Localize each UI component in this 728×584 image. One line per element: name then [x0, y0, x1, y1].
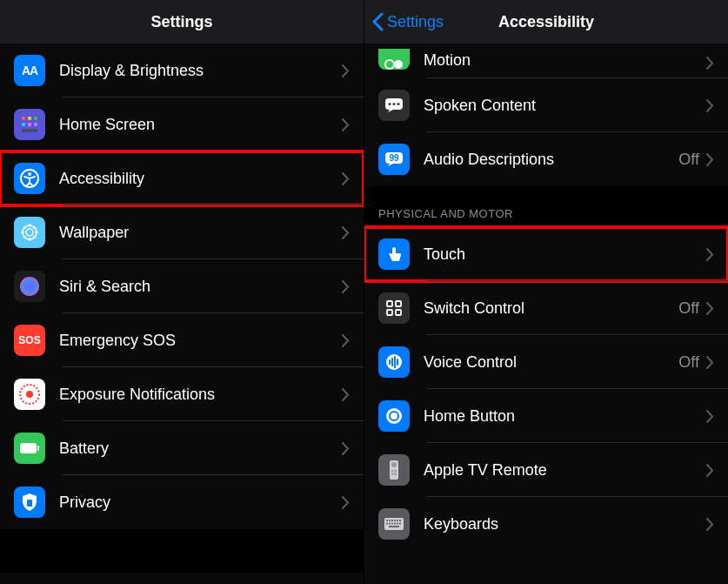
voice-control-icon: [378, 346, 410, 378]
motion-icon: [378, 49, 410, 70]
svg-rect-61: [397, 523, 398, 525]
svg-rect-22: [20, 443, 37, 453]
svg-rect-52: [389, 520, 391, 521]
settings-list[interactable]: AA Display & Brightness Home Screen: [0, 44, 364, 584]
row-label: Switch Control: [424, 299, 678, 318]
settings-row-battery[interactable]: Battery: [0, 421, 364, 475]
list-footer-gap: [0, 529, 364, 573]
chevron-right-icon: [706, 99, 714, 112]
svg-rect-56: [399, 520, 401, 521]
settings-row-display-brightness[interactable]: AA Display & Brightness: [0, 44, 364, 97]
row-label: Keyboards: [424, 515, 706, 534]
accessibility-row-home-button[interactable]: Home Button: [364, 389, 728, 443]
settings-title: Settings: [150, 13, 212, 31]
accessibility-row-keyboards[interactable]: Keyboards: [364, 497, 728, 551]
svg-rect-24: [27, 500, 32, 507]
svg-point-8: [28, 172, 31, 176]
svg-rect-47: [395, 470, 397, 473]
accessibility-title: Accessibility: [498, 13, 594, 31]
chevron-right-icon: [706, 57, 714, 70]
back-button[interactable]: Settings: [371, 0, 444, 44]
accessibility-row-motion[interactable]: Motion: [364, 44, 728, 78]
svg-point-25: [385, 60, 394, 69]
row-label: Audio Descriptions: [424, 151, 678, 169]
svg-rect-60: [394, 523, 396, 525]
svg-rect-3: [22, 123, 25, 126]
svg-rect-36: [396, 310, 401, 315]
accessibility-row-apple-tv-remote[interactable]: Apple TV Remote: [364, 443, 728, 497]
back-label: Settings: [387, 13, 444, 31]
chevron-right-icon: [342, 280, 350, 293]
accessibility-pane: Settings Accessibility Motion Spoken Con…: [364, 0, 728, 584]
row-label: Privacy: [59, 493, 342, 512]
svg-rect-62: [399, 523, 401, 525]
chevron-right-icon: [706, 302, 714, 315]
chevron-right-icon: [342, 496, 350, 509]
svg-rect-53: [391, 520, 393, 521]
accessibility-row-audio-descriptions[interactable]: 99 Audio Descriptions Off: [364, 132, 728, 186]
home-screen-icon: [14, 109, 45, 140]
row-label: Battery: [59, 440, 342, 458]
siri-icon: [14, 271, 45, 302]
svg-rect-2: [34, 117, 37, 120]
wallpaper-icon: [14, 217, 45, 248]
svg-rect-4: [28, 123, 31, 126]
accessibility-row-voice-control[interactable]: Voice Control Off: [364, 335, 728, 389]
svg-rect-1: [28, 117, 31, 120]
svg-rect-51: [386, 520, 388, 521]
svg-point-16: [34, 237, 36, 238]
chevron-right-icon: [342, 64, 350, 77]
row-label: Accessibility: [59, 170, 342, 188]
settings-row-wallpaper[interactable]: Wallpaper: [0, 205, 364, 259]
chevron-right-icon: [342, 118, 350, 131]
settings-row-emergency-sos[interactable]: SOS Emergency SOS: [0, 313, 364, 367]
display-brightness-icon: AA: [14, 55, 45, 86]
chevron-right-icon: [706, 356, 714, 369]
accessibility-row-touch[interactable]: Touch: [364, 227, 728, 281]
svg-point-13: [22, 232, 23, 233]
accessibility-row-spoken-content[interactable]: Spoken Content: [364, 78, 728, 132]
accessibility-icon: [14, 163, 45, 194]
privacy-icon: [14, 487, 45, 518]
svg-rect-35: [387, 310, 392, 315]
svg-point-28: [389, 103, 391, 105]
row-label: Voice Control: [424, 353, 678, 372]
svg-rect-46: [391, 470, 394, 473]
row-label: Apple TV Remote: [424, 461, 706, 480]
sos-icon: SOS: [14, 325, 45, 356]
svg-point-21: [26, 391, 33, 398]
svg-point-45: [391, 462, 397, 467]
chevron-right-icon: [706, 518, 714, 531]
svg-rect-59: [391, 523, 393, 525]
accessibility-row-switch-control[interactable]: Switch Control Off: [364, 281, 728, 335]
settings-row-privacy[interactable]: Privacy: [0, 475, 364, 529]
row-label: Spoken Content: [424, 97, 706, 115]
chevron-right-icon: [342, 388, 350, 401]
accessibility-list[interactable]: Motion Spoken Content 99: [364, 44, 728, 584]
settings-row-siri-search[interactable]: Siri & Search: [0, 259, 364, 313]
home-button-icon: [378, 400, 410, 432]
svg-point-12: [29, 238, 30, 240]
svg-rect-57: [386, 523, 388, 525]
chevron-right-icon: [342, 226, 350, 239]
switch-control-icon: [378, 292, 410, 324]
svg-point-30: [397, 103, 400, 105]
svg-rect-58: [389, 523, 391, 525]
svg-rect-34: [396, 301, 401, 306]
settings-row-exposure-notifications[interactable]: Exposure Notifications: [0, 367, 364, 421]
touch-icon: [378, 238, 410, 270]
row-value: Off: [678, 151, 699, 169]
exposure-icon: [14, 379, 45, 410]
row-label: Display & Brightness: [59, 62, 342, 80]
screenshot-container: Settings AA Display & Brightness: [0, 0, 728, 584]
chevron-right-icon: [342, 334, 350, 347]
settings-row-home-screen[interactable]: Home Screen: [0, 97, 364, 151]
row-label: Emergency SOS: [59, 332, 342, 350]
battery-icon: [14, 433, 45, 464]
row-label: Siri & Search: [59, 278, 342, 296]
svg-rect-54: [394, 520, 396, 521]
svg-text:99: 99: [389, 153, 399, 163]
chevron-left-icon: [371, 12, 384, 31]
settings-row-accessibility[interactable]: Accessibility: [0, 151, 364, 205]
svg-rect-23: [37, 446, 39, 451]
